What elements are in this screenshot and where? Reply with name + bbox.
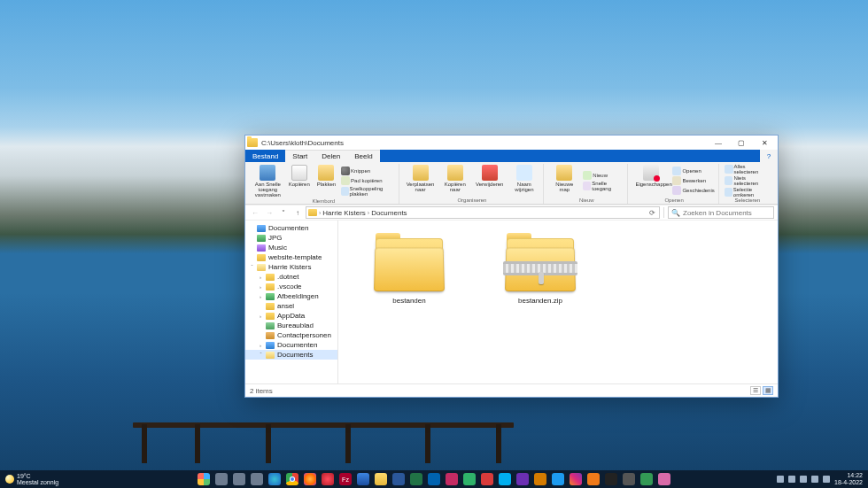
music-app-icon[interactable] <box>446 473 458 485</box>
search-input[interactable] <box>683 209 776 217</box>
tree-item[interactable]: ›Afbeeldingen <box>245 291 337 301</box>
minimize-button[interactable]: — <box>707 136 730 150</box>
menu-share[interactable]: Delen <box>314 150 347 162</box>
taskbar-weather[interactable]: 19°C Meestal zonnig <box>5 473 58 485</box>
select-all-button[interactable]: Alles selecteren <box>725 164 771 174</box>
search-box[interactable]: 🔍 <box>668 206 774 219</box>
zip-file-item[interactable]: bestanden.zip <box>487 233 593 305</box>
system-tray[interactable]: 14:22 18-4-2022 <box>777 472 863 485</box>
tree-expand-icon[interactable]: › <box>258 275 263 280</box>
tree-item[interactable]: Documenten <box>245 223 337 233</box>
edge-app-icon[interactable] <box>268 473 281 485</box>
move-to-button[interactable]: Verplaatsen naar <box>405 164 437 198</box>
twitter-app-icon[interactable] <box>552 473 564 485</box>
terminal-app-icon[interactable] <box>605 473 617 485</box>
opera-app-icon[interactable] <box>322 473 334 485</box>
widgets-button[interactable] <box>251 473 263 485</box>
skype-app-icon[interactable] <box>499 473 511 485</box>
items-view[interactable]: bestandenbestanden.zip <box>338 221 778 383</box>
breadcrumb-item[interactable]: Documents <box>371 209 407 217</box>
explorer-app-icon[interactable] <box>375 473 387 485</box>
refresh-button[interactable]: ⟳ <box>647 209 657 217</box>
tree-expand-icon[interactable]: ˅ <box>258 352 263 358</box>
folder-item[interactable]: bestanden <box>356 233 462 305</box>
start-button[interactable] <box>198 473 210 485</box>
tree-item[interactable]: ›AppData <box>245 311 337 321</box>
copy-to-button[interactable]: Kopiëren naar <box>439 164 470 198</box>
easy-access-button[interactable]: Snelle toegang <box>583 181 624 191</box>
menu-file[interactable]: Bestand <box>245 150 285 162</box>
app-icon[interactable] <box>658 473 670 485</box>
paste-button[interactable]: Plakken <box>315 164 337 198</box>
copy-button[interactable]: Kopiëren <box>287 164 312 198</box>
menu-view[interactable]: Beeld <box>347 150 379 162</box>
excel-app-icon[interactable] <box>410 473 422 485</box>
tree-expand-icon[interactable]: › <box>258 284 263 290</box>
invert-selection-button[interactable]: Selectie omkeren <box>725 187 771 198</box>
search-button[interactable] <box>215 473 228 485</box>
vlc-app-icon[interactable] <box>587 473 600 485</box>
breadcrumb[interactable]: › Harrie Kisters › Documents ⟳ <box>306 206 660 219</box>
properties-button[interactable]: Eigenschappen <box>633 164 669 198</box>
close-button[interactable]: ✕ <box>753 136 776 150</box>
history-button[interactable]: Geschiedenis <box>672 186 714 195</box>
app-icon[interactable] <box>463 473 476 485</box>
nav-back-button[interactable]: ← <box>249 206 261 219</box>
tree-item[interactable]: website-template <box>245 252 337 262</box>
select-none-button[interactable]: Niets selecteren <box>725 175 771 186</box>
view-icons-button[interactable]: ▦ <box>763 386 773 395</box>
new-folder-button[interactable]: Nieuwe map <box>549 164 579 198</box>
menu-help[interactable]: ? <box>760 150 778 162</box>
nav-recent-button[interactable]: ˅ <box>277 206 290 219</box>
tree-item[interactable]: ›Documenten <box>245 340 337 350</box>
menu-start[interactable]: Start <box>285 150 314 162</box>
tree-expand-icon[interactable]: › <box>258 314 263 319</box>
paste-shortcut-button[interactable]: Snelkoppeling plakken <box>341 186 395 197</box>
pin-to-quickaccess-button[interactable]: Aan Snelle toegang vastmaken <box>252 164 283 198</box>
tree-expand-icon[interactable]: › <box>258 294 263 299</box>
copy-path-button[interactable]: Pad kopiëren <box>341 176 395 185</box>
tree-item[interactable]: ›.dotnet <box>245 272 337 282</box>
tree-item[interactable]: JPG <box>245 233 337 243</box>
delete-button[interactable]: Verwijderen <box>474 164 505 198</box>
nav-up-button[interactable]: ↑ <box>291 206 304 219</box>
titlebar[interactable]: C:\Users\kloth\Documents — ▢ ✕ <box>245 136 778 150</box>
tray-onedrive-icon[interactable] <box>788 476 795 483</box>
rename-button[interactable]: Naam wijzigen <box>508 164 539 198</box>
chrome-app-icon[interactable] <box>286 473 298 485</box>
tray-network-icon[interactable] <box>800 476 807 483</box>
filezilla-app-icon[interactable] <box>339 473 352 485</box>
app-icon[interactable] <box>640 473 653 485</box>
tree-item[interactable]: ansel <box>245 301 337 311</box>
tray-volume-icon[interactable] <box>811 476 818 483</box>
settings-app-icon[interactable] <box>623 473 635 485</box>
breadcrumb-item[interactable]: Harrie Kisters <box>322 209 365 217</box>
tree-item[interactable]: Music <box>245 243 337 252</box>
edit-button[interactable]: Bewerken <box>672 176 714 185</box>
tree-item[interactable]: Contactpersonen <box>245 330 337 340</box>
open-button[interactable]: Openen <box>672 167 714 175</box>
instagram-app-icon[interactable] <box>570 473 582 485</box>
app-icon[interactable] <box>481 473 493 485</box>
taskbar[interactable]: 19°C Meestal zonnig <box>0 470 868 488</box>
outlook-app-icon[interactable] <box>428 473 440 485</box>
word-app-icon[interactable] <box>392 473 405 485</box>
mail-app-icon[interactable] <box>357 473 369 485</box>
tree-expand-icon[interactable]: › <box>258 343 263 348</box>
tray-chevron-icon[interactable] <box>777 476 784 483</box>
navigation-tree[interactable]: DocumentenJPGMusicwebsite-template˅Harri… <box>245 221 338 383</box>
tray-battery-icon[interactable] <box>823 476 830 483</box>
taskview-button[interactable] <box>233 473 245 485</box>
app-icon[interactable] <box>516 473 529 485</box>
new-item-button[interactable]: Nieuw <box>583 171 624 180</box>
tree-expand-icon[interactable]: ˅ <box>249 264 254 270</box>
taskbar-clock[interactable]: 14:22 18-4-2022 <box>834 472 863 485</box>
view-details-button[interactable]: ☰ <box>750 386 761 395</box>
maximize-button[interactable]: ▢ <box>730 136 753 150</box>
cut-button[interactable]: Knippen <box>341 167 395 175</box>
nav-forward-button[interactable]: → <box>263 206 275 219</box>
tree-item[interactable]: ˅Harrie Kisters <box>245 262 337 272</box>
firefox-app-icon[interactable] <box>304 473 316 485</box>
tree-item[interactable]: Bureaublad <box>245 321 337 330</box>
app-icon[interactable] <box>534 473 546 485</box>
